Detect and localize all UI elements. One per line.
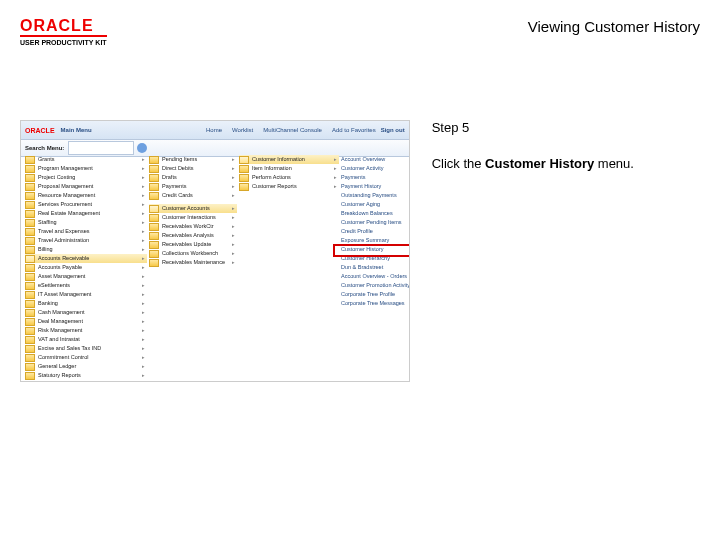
submenu-item[interactable]: Account Overview <box>341 155 410 164</box>
submenu-item[interactable]: Outstanding Payments <box>341 191 410 200</box>
menu-item[interactable]: Customer Interactions▸ <box>149 213 237 222</box>
chevron-right-icon: ▸ <box>142 264 145 271</box>
oracle-logo: ORACLE USER PRODUCTIVITY KIT <box>20 18 107 46</box>
chevron-right-icon: ▸ <box>232 232 235 239</box>
menu-item[interactable]: Excise and Sales Tax IND▸ <box>25 344 147 353</box>
folder-icon <box>25 201 35 209</box>
submenu-item[interactable]: Corporate Tree Profile <box>341 290 410 299</box>
submenu-item[interactable]: Credit Profile <box>341 227 410 236</box>
folder-icon <box>149 192 159 200</box>
submenu-item[interactable]: Account Overview - Orders <box>341 272 410 281</box>
menu-item[interactable]: Receivables Analysis▸ <box>149 231 237 240</box>
menu-item[interactable]: eSettlements▸ <box>25 281 147 290</box>
signout-link[interactable]: Sign out <box>381 127 405 133</box>
menu-item[interactable]: Receivables Update▸ <box>149 240 237 249</box>
submenu-item[interactable]: Breakdown Balances <box>341 209 410 218</box>
folder-icon <box>25 318 35 326</box>
folder-icon <box>25 345 35 353</box>
menu-item[interactable]: PDM Processes▸ <box>25 380 147 382</box>
menu-item[interactable]: Travel and Expenses▸ <box>25 227 147 236</box>
menu-item[interactable]: Grants▸ <box>25 155 147 164</box>
submenu-item[interactable]: Customer Pending Items <box>341 218 410 227</box>
menu-item[interactable]: Travel Administration▸ <box>25 236 147 245</box>
folder-icon <box>25 309 35 317</box>
submenu-item[interactable]: Customer Aging <box>341 200 410 209</box>
folder-icon <box>149 223 159 231</box>
menu-item[interactable]: Accounts Receivable▸ <box>25 254 147 263</box>
folder-icon <box>149 214 159 222</box>
menu-item[interactable]: VAT and Intrastat▸ <box>25 335 147 344</box>
nav-link[interactable]: Worklist <box>232 127 253 133</box>
menu-item[interactable]: Program Management▸ <box>25 164 147 173</box>
menu-item[interactable]: Receivables Maintenance▸ <box>149 258 237 267</box>
menu-item[interactable]: Payments▸ <box>149 182 237 191</box>
menu-item[interactable]: Perform Actions▸ <box>239 173 339 182</box>
search-go-icon[interactable] <box>137 143 147 153</box>
menu-item[interactable]: Project Costing▸ <box>25 173 147 182</box>
chevron-right-icon: ▸ <box>142 237 145 244</box>
chevron-right-icon: ▸ <box>142 327 145 334</box>
chevron-right-icon: ▸ <box>232 183 235 190</box>
menu-item[interactable]: Risk Management▸ <box>25 326 147 335</box>
chevron-right-icon: ▸ <box>142 381 145 382</box>
menu-item[interactable]: Customer Information▸ <box>239 155 339 164</box>
menu-item[interactable]: Accounts Payable▸ <box>25 263 147 272</box>
page-title: Viewing Customer History <box>528 18 700 35</box>
submenu-item[interactable]: Customer Promotion Activity <box>341 281 410 290</box>
submenu-item[interactable]: Corporate Tree Messages <box>341 299 410 308</box>
chevron-right-icon: ▸ <box>232 165 235 172</box>
menu-item[interactable]: Collections Workbench▸ <box>149 249 237 258</box>
menu-item[interactable]: Receivables WorkCtr▸ <box>149 222 237 231</box>
folder-icon <box>25 336 35 344</box>
search-input[interactable] <box>68 141 134 155</box>
submenu-item[interactable]: Dun & Bradstreet <box>341 263 410 272</box>
chevron-right-icon: ▸ <box>142 291 145 298</box>
highlight-box <box>333 244 410 257</box>
menu-item[interactable]: Services Procurement▸ <box>25 200 147 209</box>
search-label: Search Menu: <box>25 145 64 151</box>
chevron-right-icon: ▸ <box>232 156 235 163</box>
menu-item[interactable]: Deal Management▸ <box>25 317 147 326</box>
menu-item[interactable]: Asset Management▸ <box>25 272 147 281</box>
menu-item[interactable]: Item Information▸ <box>239 164 339 173</box>
menu-item[interactable]: Customer Accounts▸ <box>149 204 237 213</box>
menu-item[interactable]: Billing▸ <box>25 245 147 254</box>
menu-item[interactable]: Staffing▸ <box>25 218 147 227</box>
submenu-item[interactable]: Payment History <box>341 182 410 191</box>
menu-item[interactable]: Banking▸ <box>25 299 147 308</box>
menu-item[interactable]: General Ledger▸ <box>25 362 147 371</box>
submenu-item[interactable]: Customer Activity <box>341 164 410 173</box>
nav-link[interactable]: Home <box>206 127 222 133</box>
menu-item[interactable]: Resource Management▸ <box>25 191 147 200</box>
menu-item[interactable]: Commitment Control▸ <box>25 353 147 362</box>
folder-icon <box>25 255 35 263</box>
menu-item[interactable]: Drafts▸ <box>149 173 237 182</box>
menu-item[interactable]: Credit Cards▸ <box>149 191 237 200</box>
menu-item[interactable]: Proposal Management▸ <box>25 182 147 191</box>
menu-item[interactable]: Statutory Reports▸ <box>25 371 147 380</box>
folder-icon <box>25 300 35 308</box>
chevron-right-icon: ▸ <box>232 214 235 221</box>
chevron-right-icon: ▸ <box>232 259 235 266</box>
menu-item[interactable]: Customer Reports▸ <box>239 182 339 191</box>
nav-link[interactable]: MultiChannel Console <box>263 127 322 133</box>
chevron-right-icon: ▸ <box>232 205 235 212</box>
folder-icon <box>25 219 35 227</box>
chevron-right-icon: ▸ <box>334 174 337 181</box>
folder-icon <box>239 156 249 164</box>
chevron-right-icon: ▸ <box>142 372 145 379</box>
chevron-right-icon: ▸ <box>142 336 145 343</box>
submenu-item[interactable]: Payments <box>341 173 410 182</box>
menu-item[interactable]: Direct Debits▸ <box>149 164 237 173</box>
nav-link[interactable]: Add to Favorites <box>332 127 376 133</box>
menu-item[interactable]: Real Estate Management▸ <box>25 209 147 218</box>
folder-icon <box>25 363 35 371</box>
main-menu-link[interactable]: Main Menu <box>61 127 92 133</box>
menu-item[interactable]: Cash Management▸ <box>25 308 147 317</box>
instruction-panel: Step 5 Click the Customer History menu. <box>432 120 700 382</box>
menu-item[interactable]: Pending Items▸ <box>149 155 237 164</box>
folder-icon <box>25 156 35 164</box>
menu-item[interactable]: IT Asset Management▸ <box>25 290 147 299</box>
step-label: Step 5 <box>432 120 700 135</box>
chevron-right-icon: ▸ <box>142 165 145 172</box>
